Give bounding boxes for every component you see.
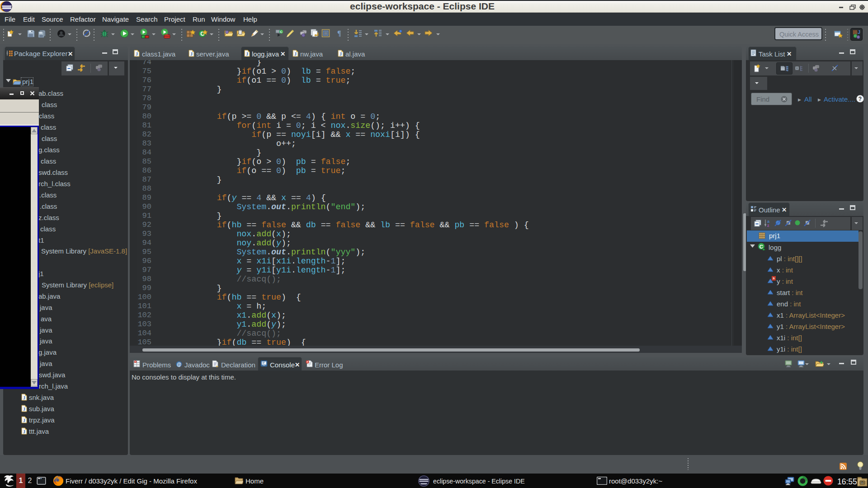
svg-text:J: J <box>858 30 860 35</box>
svg-text:J: J <box>340 52 342 56</box>
svg-text:J: J <box>294 52 297 56</box>
svg-text:J: J <box>190 52 193 56</box>
svg-text:J: J <box>246 52 248 56</box>
svg-text:C: C <box>280 30 283 34</box>
svg-text:@: @ <box>177 362 181 367</box>
svg-text:J: J <box>23 407 25 412</box>
svg-text:J: J <box>136 52 138 56</box>
svg-text:¶: ¶ <box>337 29 341 37</box>
svg-text:J: J <box>23 429 25 434</box>
svg-text:?: ? <box>859 96 862 102</box>
svg-text:J: J <box>23 395 25 400</box>
svg-text:J: J <box>23 418 25 423</box>
svg-text:z: z <box>767 223 769 227</box>
